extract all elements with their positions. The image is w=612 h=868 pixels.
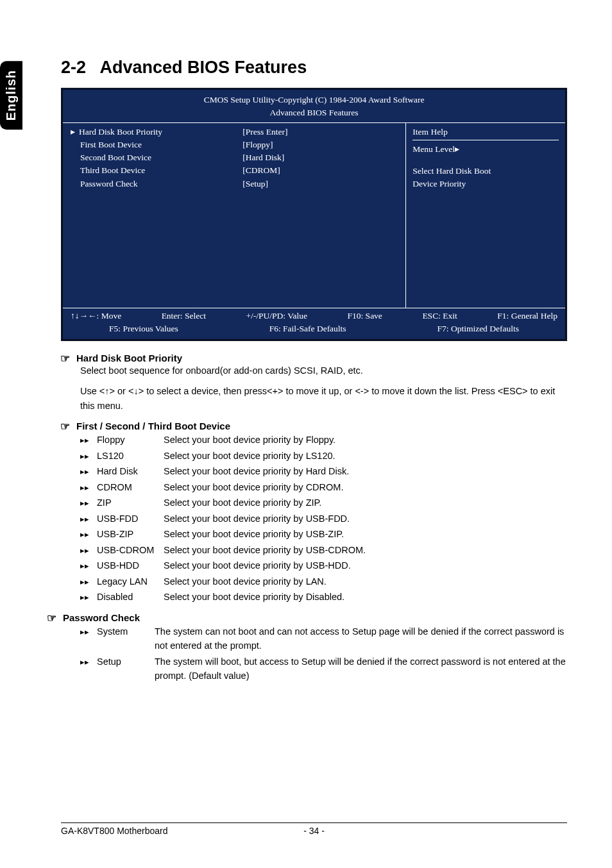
option-name: System	[97, 624, 147, 638]
setting-heading: Hard Disk Boot Priority	[76, 353, 182, 363]
option-row: ▸▸USB-ZIPSelect your boot device priorit…	[80, 527, 567, 541]
option-name: ZIP	[97, 496, 156, 510]
key-hint-move: ↑↓→←: Move	[71, 310, 121, 322]
bios-screen-title: Advanced BIOS Features	[63, 106, 565, 119]
section-number: 2-2	[61, 58, 86, 77]
footer-page-number: - 34 -	[303, 826, 325, 836]
double-arrow-icon: ▸▸	[80, 576, 89, 588]
key-hint-failsafe: F6: Fail-Safe Defaults	[269, 322, 346, 335]
setting-value: [Setup]	[242, 178, 399, 190]
option-description: The system will boot, but access to Setu…	[155, 655, 567, 683]
menu-level: Menu Level▸	[412, 143, 559, 156]
option-description: Select your boot device priority by USB-…	[164, 527, 567, 541]
option-row: ▸▸Hard DiskSelect your boot device prior…	[80, 464, 567, 478]
bios-footer: ↑↓→←: Move Enter: Select +/-/PU/PD: Valu…	[63, 308, 565, 337]
setting-value: [Floppy]	[242, 138, 399, 151]
option-row: ▸▸SetupThe system will boot, but access …	[80, 655, 567, 683]
option-name: CDROM	[97, 480, 156, 494]
section-title-text: Advanced BIOS Features	[100, 58, 307, 77]
bios-setting-row[interactable]: Password Check [Setup]	[71, 178, 399, 190]
option-name: Disabled	[97, 590, 156, 604]
hand-pointer-icon: ☞	[60, 353, 70, 364]
option-description: Select your boot device priority by USB-…	[164, 558, 567, 572]
option-row: ▸▸LS120Select your boot device priority …	[80, 449, 567, 463]
help-title: Item Help	[412, 126, 559, 140]
double-arrow-icon: ▸▸	[80, 591, 89, 604]
bios-settings-panel: ▸Hard Disk Boot Priority [Press Enter] F…	[63, 123, 405, 308]
option-row: ▸▸USB-CDROMSelect your boot device prior…	[80, 543, 567, 557]
setting-description-block: ☞ Hard Disk Boot Priority Select boot se…	[61, 353, 567, 413]
bios-help-panel: Item Help Menu Level▸ Select Hard Disk B…	[405, 123, 565, 308]
option-row: ▸▸USB-HDDSelect your boot device priorit…	[80, 558, 567, 572]
section-heading: 2-2 Advanced BIOS Features	[61, 58, 567, 78]
option-name: Floppy	[97, 433, 156, 447]
option-description: Select your boot device priority by LAN.	[164, 574, 567, 588]
help-text-line: Device Priority	[412, 178, 559, 190]
key-hint-select: Enter: Select	[162, 310, 206, 322]
option-row: ▸▸CDROMSelect your boot device priority …	[80, 480, 567, 494]
setting-description-block: ☞ Password Check ▸▸SystemThe system can …	[61, 612, 567, 683]
option-description: The system can not boot and can not acce…	[155, 624, 567, 653]
option-name: USB-HDD	[97, 558, 156, 572]
setting-label: Password Check	[80, 178, 138, 190]
key-hint-exit: ESC: Exit	[422, 310, 457, 322]
option-description: Select your boot device priority by Flop…	[164, 433, 567, 447]
option-description: Select your boot device priority by CDRO…	[164, 480, 567, 494]
bios-setting-row[interactable]: Third Boot Device [CDROM]	[71, 164, 399, 177]
double-arrow-icon: ▸▸	[80, 450, 89, 463]
setting-label: Hard Disk Boot Priority	[79, 126, 162, 138]
option-description: Select your boot device priority by USB-…	[164, 512, 567, 526]
footer-product: GA-K8VT800 Motherboard	[61, 826, 168, 836]
option-name: USB-CDROM	[97, 543, 156, 557]
setting-label: First Boot Device	[80, 138, 142, 151]
bios-header: CMOS Setup Utility-Copyright (C) 1984-20…	[63, 92, 565, 122]
double-arrow-icon: ▸▸	[80, 497, 89, 510]
bios-setting-row[interactable]: Second Boot Device [Hard Disk]	[71, 151, 399, 164]
setting-label: Second Boot Device	[80, 151, 151, 164]
page-footer: GA-K8VT800 Motherboard - 34 -	[61, 822, 567, 836]
key-hint-help: F1: General Help	[497, 310, 557, 322]
setting-description-block: ☞ First / Second / Third Boot Device ▸▸F…	[61, 421, 567, 604]
option-description: Select your boot device priority by Disa…	[164, 590, 567, 604]
bios-copyright: CMOS Setup Utility-Copyright (C) 1984-20…	[63, 94, 565, 106]
option-row: ▸▸DisabledSelect your boot device priori…	[80, 590, 567, 604]
setting-heading: Password Check	[63, 612, 140, 623]
option-description: Select your boot device priority by LS12…	[164, 449, 567, 463]
option-name: Setup	[97, 655, 147, 669]
double-arrow-icon: ▸▸	[80, 528, 89, 541]
submenu-arrow-icon: ▸	[71, 126, 75, 138]
option-name: USB-ZIP	[97, 527, 156, 541]
key-hint-optimized: F7: Optimized Defaults	[438, 322, 519, 335]
option-row: ▸▸FloppySelect your boot device priority…	[80, 433, 567, 447]
bios-setting-row[interactable]: ▸Hard Disk Boot Priority [Press Enter]	[71, 126, 399, 138]
option-name: LS120	[97, 449, 156, 463]
option-description: Select your boot device priority by Hard…	[164, 464, 567, 478]
setting-value: [CDROM]	[242, 164, 399, 177]
option-description: Select your boot device priority by ZIP.	[164, 496, 567, 510]
option-row: ▸▸SystemThe system can not boot and can …	[80, 624, 567, 653]
key-hint-value: +/-/PU/PD: Value	[246, 310, 307, 322]
option-row: ▸▸USB-FDDSelect your boot device priorit…	[80, 512, 567, 526]
option-row: ▸▸ZIPSelect your boot device priority by…	[80, 496, 567, 510]
setting-value: [Hard Disk]	[242, 151, 399, 164]
double-arrow-icon: ▸▸	[80, 560, 89, 572]
setting-label: Third Boot Device	[80, 164, 145, 177]
option-name: Legacy LAN	[97, 574, 156, 588]
doc-content: ☞ Hard Disk Boot Priority Select boot se…	[61, 353, 567, 683]
hand-pointer-icon: ☞	[60, 421, 70, 432]
setting-heading: First / Second / Third Boot Device	[76, 421, 230, 431]
paragraph: Select boot sequence for onboard(or add-…	[80, 363, 567, 378]
paragraph: Use <↑> or <↓> to select a device, then …	[80, 384, 567, 413]
option-name: Hard Disk	[97, 464, 156, 478]
double-arrow-icon: ▸▸	[80, 513, 89, 526]
bios-window: CMOS Setup Utility-Copyright (C) 1984-20…	[61, 88, 567, 341]
option-row: ▸▸Legacy LANSelect your boot device prio…	[80, 574, 567, 588]
double-arrow-icon: ▸▸	[80, 544, 89, 557]
hand-pointer-icon: ☞	[47, 613, 56, 624]
option-name: USB-FDD	[97, 512, 156, 526]
help-text-line: Select Hard Disk Boot	[412, 165, 559, 178]
bios-setting-row[interactable]: First Boot Device [Floppy]	[71, 138, 399, 151]
key-hint-save: F10: Save	[347, 310, 382, 322]
double-arrow-icon: ▸▸	[80, 434, 89, 447]
option-description: Select your boot device priority by USB-…	[164, 543, 567, 557]
